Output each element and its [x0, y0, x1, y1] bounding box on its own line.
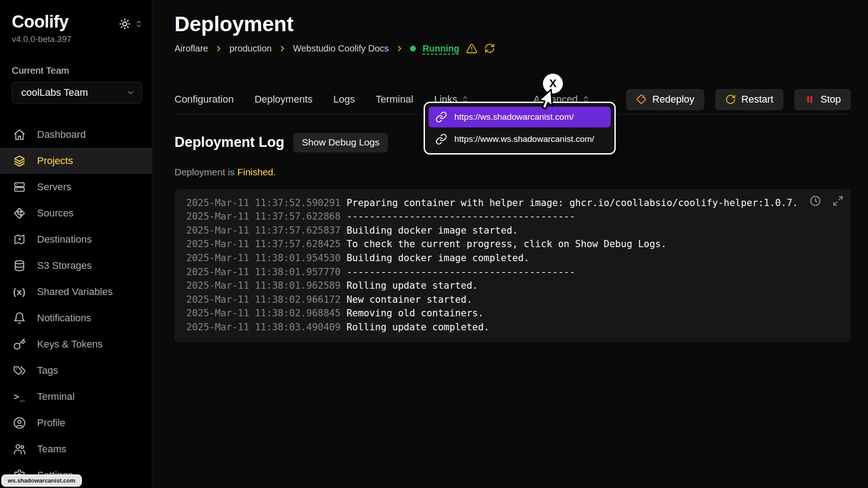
teams-icon — [13, 442, 26, 456]
log-line: 2025-Mar-11 11:37:57.625837Building dock… — [186, 224, 839, 238]
refresh-icon[interactable] — [484, 43, 495, 54]
redeploy-button[interactable]: Redeploy — [626, 89, 704, 110]
status-badge[interactable]: Running — [423, 43, 459, 54]
sidebar-item-label: Destinations — [37, 234, 92, 245]
link-icon — [435, 133, 447, 145]
git-source-icon — [13, 206, 26, 220]
sidebar-item-tags[interactable]: Tags — [0, 357, 152, 384]
theme-switcher[interactable] — [119, 18, 143, 30]
log-section-heading: Deployment Log — [175, 134, 284, 150]
key-icon — [13, 338, 26, 351]
tab-terminal[interactable]: Terminal — [376, 94, 413, 105]
terminal-icon: >_ — [13, 390, 26, 404]
pause-icon — [804, 94, 815, 105]
sidebar-item-teams[interactable]: Teams — [0, 436, 152, 462]
link-preview-tooltip: ws.shadowarcanist.com — [1, 474, 82, 487]
breadcrumb-project[interactable]: Airoflare — [175, 43, 208, 54]
sidebar-header: Coolify — [0, 13, 152, 32]
log-line: 2025-Mar-11 11:38:02.968845Removing old … — [186, 306, 839, 320]
sidebar-item-label: Notifications — [37, 312, 91, 324]
stop-label: Stop — [821, 94, 841, 105]
sidebar-item-terminal[interactable]: >_ Terminal — [0, 384, 152, 410]
layers-icon — [13, 154, 26, 168]
breadcrumb-environment[interactable]: production — [229, 43, 271, 54]
deployment-status-value: Finished. — [237, 167, 276, 177]
log-line: 2025-Mar-11 11:37:57.622868-------------… — [186, 210, 839, 224]
links-dropdown-menu: https://ws.shadowarcanist.com/ https://w… — [424, 102, 616, 155]
log-line: 2025-Mar-11 11:38:03.490409Rolling updat… — [186, 320, 839, 334]
redeploy-icon — [636, 94, 647, 105]
sidebar-nav: Dashboard Projects Servers Sources Desti… — [0, 122, 152, 488]
sidebar-item-label: Profile — [37, 417, 65, 429]
sidebar-item-destinations[interactable]: Destinations — [0, 226, 152, 253]
chevron-right-icon — [215, 45, 222, 52]
show-debug-logs-button[interactable]: Show Debug Logs — [293, 133, 388, 152]
status-dot — [410, 46, 416, 52]
tags-icon — [13, 364, 26, 377]
chevron-down-icon — [126, 88, 135, 97]
log-line: 2025-Mar-11 11:37:57.628425To check the … — [186, 237, 839, 251]
stop-button[interactable]: Stop — [794, 89, 851, 110]
sun-icon — [119, 18, 131, 30]
log-line: 2025-Mar-11 11:38:01.954530Building dock… — [186, 251, 839, 265]
sidebar-item-keys-tokens[interactable]: Keys & Tokens — [0, 331, 152, 357]
sidebar-item-sources[interactable]: Sources — [0, 200, 152, 226]
link-menu-item[interactable]: https://www.ws.shadowarcanist.com/ — [429, 129, 611, 150]
app-version: v4.0.0-beta.397 — [0, 32, 152, 44]
sidebar-item-label: Sources — [37, 207, 74, 219]
sidebar-item-shared-variables[interactable]: (x) Shared Variables — [0, 279, 152, 305]
sidebar-item-projects[interactable]: Projects — [0, 148, 152, 174]
bell-icon — [13, 311, 26, 325]
sidebar-item-label: Teams — [37, 443, 66, 455]
link-menu-item[interactable]: https://ws.shadowarcanist.com/ — [429, 107, 611, 127]
page-title: Deployment — [175, 13, 851, 36]
link-url: https://www.ws.shadowarcanist.com/ — [454, 134, 594, 144]
sidebar-item-dashboard[interactable]: Dashboard — [0, 122, 152, 148]
sidebar-item-label: Tags — [37, 365, 58, 376]
restart-button[interactable]: Restart — [715, 89, 783, 110]
tab-logs[interactable]: Logs — [333, 94, 355, 105]
sidebar-item-label: Keys & Tokens — [37, 338, 103, 350]
sidebar-item-s3-storages[interactable]: S3 Storages — [0, 253, 152, 279]
log-line: 2025-Mar-11 11:38:01.962589Rolling updat… — [186, 279, 839, 293]
breadcrumb: Airoflare production Webstudio Coolify D… — [175, 43, 851, 54]
database-icon — [13, 259, 26, 272]
home-icon — [13, 128, 26, 141]
server-icon — [13, 180, 26, 194]
log-line: 2025-Mar-11 11:37:52.590291Preparing con… — [186, 196, 839, 210]
sidebar-item-label: Terminal — [37, 391, 75, 403]
sidebar-item-label: Servers — [37, 181, 71, 193]
mouse-cursor — [536, 89, 560, 114]
clock-icon[interactable] — [809, 195, 821, 207]
chevrons-up-down-icon — [135, 20, 143, 28]
sidebar-item-label: Dashboard — [37, 129, 86, 141]
team-select[interactable]: coolLabs Team — [12, 82, 142, 103]
profile-icon — [13, 416, 26, 430]
app-logo: Coolify — [12, 13, 68, 32]
sidebar-item-label: Projects — [37, 155, 73, 167]
log-line: 2025-Mar-11 11:38:02.966172New container… — [186, 293, 839, 307]
logbox-toolbar — [809, 195, 844, 207]
sidebar-item-profile[interactable]: Profile — [0, 410, 152, 436]
restart-icon — [725, 94, 736, 105]
deployment-status-line: Deployment is Finished. — [175, 167, 851, 178]
sidebar-item-servers[interactable]: Servers — [0, 174, 152, 200]
chevron-right-icon — [278, 45, 286, 52]
sidebar-item-label: S3 Storages — [37, 260, 92, 272]
chevron-right-icon — [396, 45, 403, 52]
team-select-value: coolLabs Team — [21, 87, 88, 99]
map-icon — [13, 233, 26, 246]
expand-icon[interactable] — [832, 195, 844, 206]
sidebar-item-notifications[interactable]: Notifications — [0, 305, 152, 331]
sidebar-item-label: Shared Variables — [37, 286, 113, 298]
current-team-label: Current Team — [0, 44, 152, 76]
deployment-log-output: 2025-Mar-11 11:37:52.590291Preparing con… — [175, 189, 851, 342]
breadcrumb-resource[interactable]: Webstudio Coolify Docs — [293, 43, 389, 54]
sidebar: Coolify v4.0.0-beta.397 Current Team coo… — [0, 0, 152, 488]
redeploy-label: Redeploy — [652, 94, 694, 105]
tab-deployments[interactable]: Deployments — [255, 94, 312, 105]
variable-icon: (x) — [13, 285, 26, 299]
tab-configuration[interactable]: Configuration — [175, 94, 234, 105]
log-line: 2025-Mar-11 11:38:01.957770-------------… — [186, 265, 839, 279]
restart-label: Restart — [741, 94, 774, 105]
